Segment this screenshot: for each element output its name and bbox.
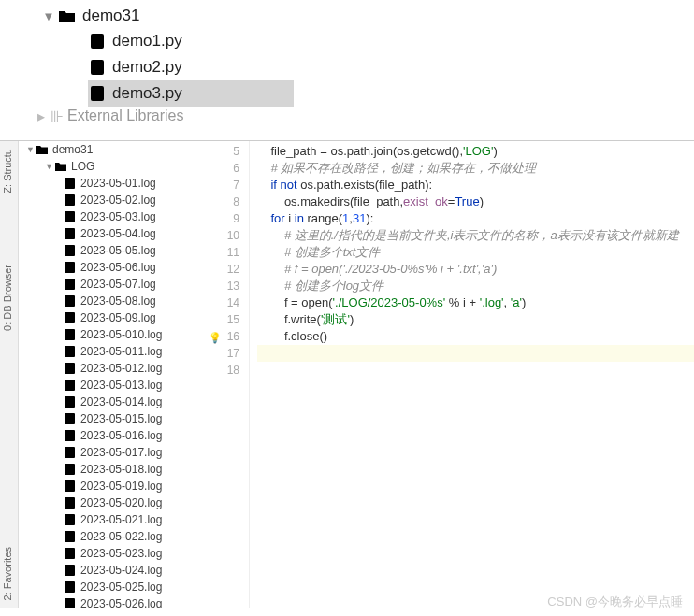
log-file-item[interactable]: 2023-05-020.log	[19, 494, 210, 511]
file-icon	[64, 597, 77, 608]
log-file-item[interactable]: 2023-05-015.log	[19, 410, 210, 427]
code-line[interactable]: f = open('./LOG/2023-05-0%s' % i + '.log…	[257, 294, 694, 311]
file-icon	[64, 177, 77, 190]
log-file-label: 2023-05-010.log	[80, 328, 162, 341]
file-icon	[64, 379, 77, 392]
log-file-label: 2023-05-014.log	[80, 395, 162, 408]
log-file-item[interactable]: 2023-05-023.log	[19, 545, 210, 562]
log-file-label: 2023-05-09.log	[80, 311, 156, 324]
file-tree-sidebar[interactable]: ▼ demo31 ▼ LOG 2023-05-01.log2023-05-02.…	[19, 141, 210, 608]
file-icon	[64, 395, 77, 408]
project-file-item[interactable]: demo2.py	[88, 54, 694, 80]
log-file-item[interactable]: 2023-05-06.log	[19, 259, 210, 276]
log-file-item[interactable]: 2023-05-01.log	[19, 175, 210, 192]
project-file-item[interactable]: demo3.py	[88, 80, 294, 107]
chevron-down-icon[interactable]: ▼	[45, 162, 54, 171]
log-file-label: 2023-05-019.log	[80, 480, 162, 493]
code-line[interactable]: # 这里的./指代的是当前文件夹,i表示文件的名称，a表示没有该文件就新建	[257, 227, 694, 244]
python-file-icon	[88, 33, 107, 50]
log-file-label: 2023-05-026.log	[80, 597, 162, 608]
log-file-item[interactable]: 2023-05-011.log	[19, 343, 210, 360]
log-file-item[interactable]: 2023-05-012.log	[19, 360, 210, 377]
log-file-item[interactable]: 2023-05-08.log	[19, 293, 210, 309]
log-file-item[interactable]: 2023-05-022.log	[19, 528, 210, 545]
side-tree-log-folder[interactable]: ▼ LOG	[19, 158, 210, 175]
log-file-item[interactable]: 2023-05-025.log	[19, 579, 210, 595]
side-tree-root[interactable]: ▼ demo31	[19, 141, 210, 158]
file-icon	[64, 446, 77, 459]
side-tab-structure[interactable]: Z: Structu	[0, 141, 15, 201]
log-file-item[interactable]: 2023-05-016.log	[19, 427, 210, 444]
code-line[interactable]: # f = open('./2023-05-0%s'% i + '.txt','…	[257, 261, 694, 278]
gutter-line-number: 16💡	[210, 328, 239, 345]
log-file-item[interactable]: 2023-05-014.log	[19, 394, 210, 410]
project-root-node[interactable]: ▼ demo31	[43, 4, 694, 28]
editor-content[interactable]: file_path = os.path.join(os.getcwd(),'LO…	[250, 141, 694, 608]
file-icon	[64, 261, 77, 274]
chevron-down-icon[interactable]: ▼	[26, 145, 36, 154]
side-tabs-left: Z: Structu 0: DB Browser 2: Favorites	[0, 141, 19, 608]
log-file-item[interactable]: 2023-05-03.log	[19, 208, 210, 225]
log-file-item[interactable]: 2023-05-019.log	[19, 478, 210, 494]
log-file-label: 2023-05-018.log	[80, 463, 162, 476]
log-file-label: 2023-05-06.log	[80, 261, 156, 274]
code-line[interactable]: for i in range(1,31):	[257, 210, 694, 227]
side-tab-db-browser[interactable]: 0: DB Browser	[0, 257, 15, 338]
gutter-line-number: 9	[210, 210, 239, 227]
gutter-line-number: 6	[210, 160, 239, 177]
log-file-item[interactable]: 2023-05-024.log	[19, 562, 210, 579]
file-icon	[64, 547, 77, 560]
log-file-item[interactable]: 2023-05-013.log	[19, 377, 210, 394]
log-file-item[interactable]: 2023-05-05.log	[19, 242, 210, 259]
code-line[interactable]: # 如果不存在改路径，创建；如果存在，不做处理	[257, 160, 694, 177]
log-file-item[interactable]: 2023-05-09.log	[19, 309, 210, 326]
log-file-item[interactable]: 2023-05-07.log	[19, 276, 210, 293]
log-file-label: 2023-05-022.log	[80, 530, 162, 543]
log-file-item[interactable]: 2023-05-021.log	[19, 511, 210, 528]
log-file-label: 2023-05-017.log	[80, 446, 162, 459]
file-icon	[64, 345, 77, 358]
code-line[interactable]: f.write('测试')	[257, 311, 694, 328]
external-libraries-node[interactable]: ▸ ⊪ External Libraries	[0, 107, 694, 125]
log-file-item[interactable]: 2023-05-010.log	[19, 326, 210, 343]
project-file-item[interactable]: demo1.py	[88, 28, 694, 54]
log-file-label: 2023-05-025.log	[80, 580, 162, 594]
log-file-label: 2023-05-07.log	[80, 278, 156, 291]
lightbulb-icon[interactable]: 💡	[209, 329, 222, 346]
file-icon	[64, 278, 77, 291]
log-file-item[interactable]: 2023-05-017.log	[19, 444, 210, 461]
log-file-item[interactable]: 2023-05-026.log	[19, 595, 210, 608]
log-file-item[interactable]: 2023-05-02.log	[19, 192, 210, 208]
code-line[interactable]: # 创建多个txt文件	[257, 244, 694, 261]
gutter-line-number: 10	[210, 227, 239, 244]
gutter-line-number: 5	[210, 143, 239, 160]
side-tab-favorites[interactable]: 2: Favorites	[0, 539, 18, 608]
log-file-label: 2023-05-05.log	[80, 244, 156, 257]
code-line[interactable]	[257, 345, 694, 362]
file-icon	[64, 429, 77, 442]
gutter-line-number: 13	[210, 278, 239, 294]
watermark-text: CSDN @今晚务必早点睡	[547, 594, 683, 610]
file-icon	[64, 244, 77, 257]
project-panel: ▼ demo31 demo1.pydemo2.pydemo3.py ▸ ⊪ Ex…	[0, 0, 694, 140]
code-line[interactable]: f.close()	[257, 328, 694, 345]
code-line[interactable]: file_path = os.path.join(os.getcwd(),'LO…	[257, 143, 694, 160]
file-icon	[64, 412, 77, 425]
log-file-label: 2023-05-04.log	[80, 227, 156, 240]
log-file-label: 2023-05-015.log	[80, 412, 162, 425]
project-root-label: demo31	[82, 7, 139, 25]
file-icon	[64, 480, 77, 493]
log-file-item[interactable]: 2023-05-04.log	[19, 225, 210, 242]
code-line[interactable]: # 创建多个log文件	[257, 278, 694, 294]
log-file-label: 2023-05-08.log	[80, 294, 156, 308]
gutter-line-number: 7	[210, 177, 239, 193]
code-line[interactable]	[257, 362, 694, 379]
file-icon	[64, 463, 77, 476]
log-file-label: 2023-05-01.log	[80, 177, 156, 190]
chevron-down-icon[interactable]: ▼	[43, 10, 54, 21]
code-line[interactable]: if not os.path.exists(file_path):	[257, 177, 694, 193]
log-file-item[interactable]: 2023-05-018.log	[19, 461, 210, 478]
gutter-line-number: 15	[210, 311, 239, 328]
code-line[interactable]: os.makedirs(file_path,exist_ok=True)	[257, 193, 694, 210]
code-editor[interactable]: 5678910111213141516💡1718 file_path = os.…	[210, 141, 694, 608]
